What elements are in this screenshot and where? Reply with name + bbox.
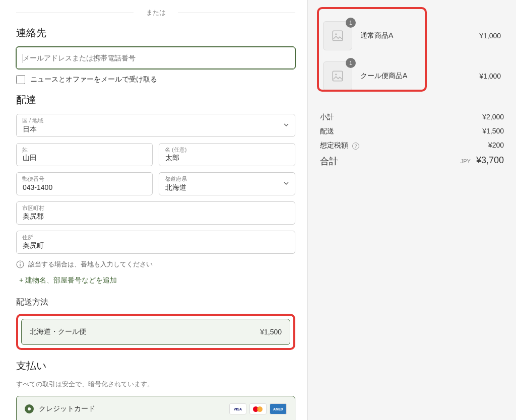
add-building-link[interactable]: + 建物名、部屋番号などを追加 [19, 276, 295, 285]
postal-label: 郵便番号 [22, 175, 44, 183]
tax-label: 想定税額 [320, 141, 348, 149]
firstname-label: 名 (任意) [165, 146, 186, 154]
firstname-field[interactable]: 名 (任意) [159, 143, 295, 166]
city-input[interactable] [16, 201, 295, 225]
email-input[interactable] [16, 47, 295, 69]
newsletter-checkbox[interactable] [16, 75, 25, 84]
country-select[interactable]: 日本 [16, 114, 295, 137]
country-label: 国 / 地域 [22, 117, 43, 124]
shipping-option[interactable]: 北海道・クール便 ¥1,500 [21, 319, 290, 345]
svg-point-1 [20, 262, 21, 263]
payment-heading: 支払い [16, 359, 295, 373]
mastercard-icon [249, 403, 267, 414]
shipping-option-price: ¥1,500 [260, 328, 282, 336]
product-thumbnail: 1 [323, 21, 352, 50]
lastname-input[interactable] [16, 143, 153, 166]
credit-card-label: クレジットカード [39, 404, 95, 413]
contact-heading: 連絡先 [16, 26, 295, 40]
amex-icon: AMEX [270, 403, 287, 414]
address-field[interactable]: 住所 [16, 231, 295, 254]
text-caret [23, 54, 23, 63]
city-label: 市区町村 [22, 204, 44, 212]
image-placeholder-icon [331, 29, 344, 42]
svg-point-6 [335, 74, 337, 75]
address-label: 住所 [22, 234, 33, 241]
postal-field[interactable]: 郵便番号 [16, 172, 153, 195]
cart-item: 1 クール便商品A ¥1,000 [323, 61, 501, 91]
city-field[interactable]: 市区町村 [16, 201, 295, 225]
cart-item: 1 通常商品A ¥1,000 [323, 21, 501, 50]
quantity-badge: 1 [346, 58, 356, 68]
address-input[interactable] [16, 231, 295, 254]
prefecture-field[interactable]: 都道府県 北海道 [159, 172, 295, 195]
card-logos: VISA AMEX [229, 403, 287, 414]
svg-rect-2 [20, 264, 20, 266]
total-value: ¥3,700 [476, 155, 504, 165]
delivery-heading: 配達 [16, 93, 295, 107]
prefecture-label: 都道府県 [165, 175, 187, 183]
image-placeholder-icon [331, 69, 344, 83]
address-hint: 該当する場合は、番地も入力してください [16, 260, 295, 269]
product-thumbnail: 1 [323, 61, 352, 91]
cart-item-price: ¥1,000 [479, 72, 501, 80]
cart-items: 1 通常商品A ¥1,000 1 クール便商品A ¥1,000 [320, 12, 504, 108]
shipping-highlight: 北海道・クール便 ¥1,500 [16, 314, 295, 350]
cart-item-price: ¥1,000 [479, 32, 501, 40]
svg-rect-3 [333, 31, 343, 41]
radio-selected-icon [25, 404, 34, 413]
total-label: 合計 [320, 155, 338, 167]
help-icon[interactable]: ? [352, 143, 359, 150]
shipping-option-label: 北海道・クール便 [30, 327, 86, 336]
newsletter-label: ニュースとオファーをメールで受け取る [30, 75, 157, 84]
subtotal-value: ¥2,000 [482, 113, 504, 122]
cart-item-name: クール便商品A [360, 72, 479, 81]
payment-note: すべての取引は安全で、暗号化されています。 [16, 380, 295, 389]
or-divider: または [16, 8, 295, 17]
credit-card-option[interactable]: クレジットカード VISA AMEX [16, 396, 295, 420]
quantity-badge: 1 [346, 18, 356, 28]
visa-icon: VISA [229, 403, 246, 414]
country-field[interactable]: 国 / 地域 日本 [16, 114, 295, 137]
subtotal-label: 小計 [320, 113, 334, 122]
tax-value: ¥200 [488, 141, 504, 150]
email-field-wrapper[interactable] [16, 47, 295, 69]
svg-point-4 [335, 33, 337, 35]
svg-rect-5 [333, 71, 343, 81]
lastname-field[interactable]: 姓 [16, 143, 153, 166]
shipping-label: 配送 [320, 127, 334, 136]
shipping-value: ¥1,500 [482, 127, 504, 136]
currency-label: JPY [461, 158, 471, 164]
cart-item-name: 通常商品A [360, 31, 479, 40]
shipping-method-heading: 配送方法 [16, 297, 295, 308]
lastname-label: 姓 [22, 146, 28, 154]
info-icon [16, 260, 24, 268]
order-summary: 小計 ¥2,000 配送 ¥1,500 想定税額 ? ¥200 合計 JPY ¥… [320, 113, 504, 167]
